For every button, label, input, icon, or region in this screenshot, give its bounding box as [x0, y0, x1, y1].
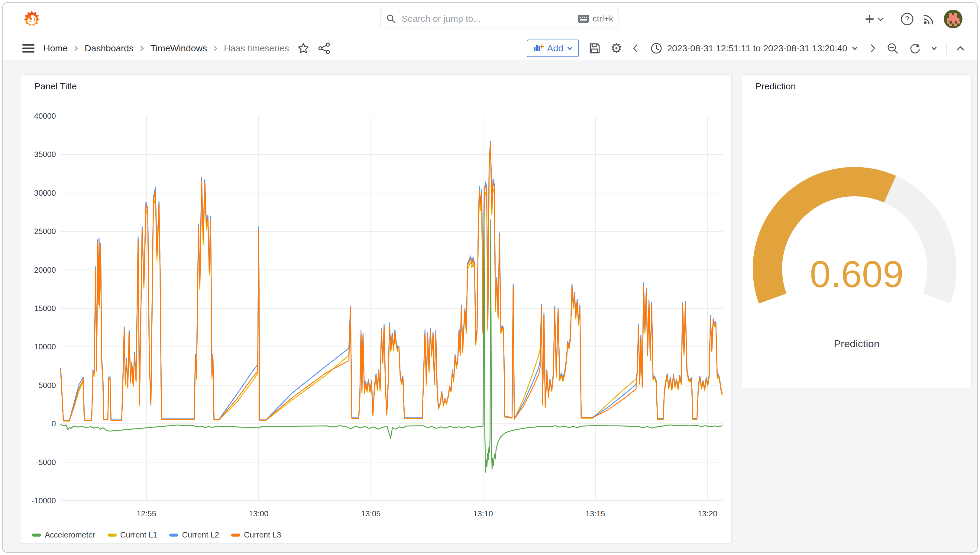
svg-text:?: ?	[905, 15, 909, 23]
chart-legend: AccelerometerCurrent L1Current L2Current…	[32, 530, 281, 540]
add-button[interactable]: Add	[527, 40, 579, 57]
legend-label: Current L2	[182, 530, 219, 540]
y-axis-tick: 0	[51, 419, 56, 428]
chevron-down-icon	[851, 46, 858, 51]
gauge-value: 0.609	[742, 252, 971, 297]
legend-item-current-l3[interactable]: Current L3	[231, 530, 281, 540]
x-axis-tick: 13:00	[249, 509, 268, 518]
gauge-panel-title[interactable]: Prediction	[755, 81, 796, 91]
x-axis-tick: 13:10	[473, 509, 493, 518]
news-icon[interactable]	[922, 12, 936, 26]
legend-label: Accelerometer	[45, 530, 95, 540]
chevron-down-icon	[931, 46, 937, 51]
search-shortcut: ctrl+k	[578, 14, 613, 24]
y-axis-tick: -10000	[31, 496, 56, 505]
chevron-right-icon	[213, 45, 218, 52]
breadcrumb-home[interactable]: Home	[43, 43, 68, 53]
legend-swatch	[231, 534, 240, 537]
grafana-logo[interactable]	[22, 10, 42, 30]
keyboard-icon	[578, 14, 590, 23]
legend-label: Current L1	[120, 530, 158, 540]
chevron-right-icon	[140, 45, 145, 52]
legend-swatch	[32, 534, 41, 537]
top-navbar: ctrl+k ?	[3, 3, 977, 37]
zoom-out-icon[interactable]	[886, 42, 899, 55]
new-menu-button[interactable]	[864, 13, 884, 25]
breadcrumb: Home Dashboards TimeWindows Haas timeser…	[43, 43, 289, 53]
timeseries-chart[interactable]: 4000035000300002500020000150001000050000…	[21, 75, 732, 544]
chevron-down-icon	[567, 46, 573, 50]
dashboard-canvas: Panel Title 4000035000300002500020000150…	[3, 60, 977, 552]
breadcrumb-dashboards[interactable]: Dashboards	[85, 43, 134, 53]
legend-item-current-l2[interactable]: Current L2	[169, 530, 219, 540]
global-search: ctrl+k	[380, 9, 619, 28]
time-shift-forward-icon[interactable]	[869, 43, 877, 54]
breadcrumb-current: Haas timeseries	[224, 43, 289, 53]
y-axis-tick: -5000	[36, 458, 56, 467]
time-range-picker[interactable]: 2023-08-31 12:51:11 to 2023-08-31 13:20:…	[648, 42, 860, 55]
x-axis-tick: 13:05	[361, 509, 381, 518]
x-axis-tick: 12:55	[137, 509, 156, 518]
y-axis-tick: 10000	[34, 342, 56, 351]
y-axis-tick: 25000	[34, 227, 56, 236]
star-icon[interactable]	[297, 42, 309, 55]
refresh-icon[interactable]	[908, 42, 922, 55]
refresh-interval-dropdown[interactable]	[931, 46, 937, 51]
menu-toggle-icon[interactable]	[22, 43, 35, 53]
chevron-right-icon	[74, 45, 79, 52]
timeseries-panel[interactable]: Panel Title 4000035000300002500020000150…	[21, 74, 732, 544]
legend-label: Current L3	[244, 530, 281, 540]
search-icon	[386, 14, 396, 24]
gauge-label: Prediction	[742, 338, 971, 350]
save-dashboard-icon[interactable]	[588, 42, 601, 55]
add-panel-icon	[533, 43, 544, 53]
legend-swatch	[169, 534, 178, 537]
legend-swatch	[108, 534, 117, 537]
dashboard-toolbar: Home Dashboards TimeWindows Haas timeser…	[3, 36, 977, 60]
legend-item-accelerometer[interactable]: Accelerometer	[32, 530, 95, 540]
prediction-gauge	[742, 111, 972, 352]
help-icon[interactable]: ?	[900, 12, 914, 26]
share-icon[interactable]	[318, 42, 331, 55]
collapse-toolbar-icon[interactable]	[956, 45, 965, 51]
x-axis-tick: 13:20	[698, 509, 718, 518]
toolbar-divider	[946, 42, 947, 55]
avatar[interactable]	[944, 10, 962, 28]
settings-gear-icon[interactable]: ⚙	[610, 42, 622, 55]
y-axis-tick: 30000	[34, 188, 56, 197]
series-line-current-l3	[61, 144, 722, 421]
y-axis-tick: 20000	[34, 265, 56, 274]
search-input[interactable]	[401, 13, 578, 24]
topbar-divider	[892, 12, 892, 26]
chevron-up-icon	[956, 45, 965, 51]
time-shift-back-icon[interactable]	[631, 43, 639, 54]
y-axis-tick: 15000	[34, 304, 56, 313]
x-axis-tick: 13:15	[586, 509, 605, 518]
time-range-text: 2023-08-31 12:51:11 to 2023-08-31 13:20:…	[667, 43, 847, 53]
breadcrumb-timewindows[interactable]: TimeWindows	[150, 43, 207, 53]
clock-icon	[650, 42, 663, 55]
legend-item-current-l1[interactable]: Current L1	[108, 530, 158, 540]
y-axis-tick: 35000	[34, 150, 56, 159]
y-axis-tick: 5000	[39, 381, 56, 390]
gauge-panel[interactable]: Prediction 0.609 Prediction	[742, 74, 972, 388]
y-axis-tick: 40000	[34, 111, 56, 120]
